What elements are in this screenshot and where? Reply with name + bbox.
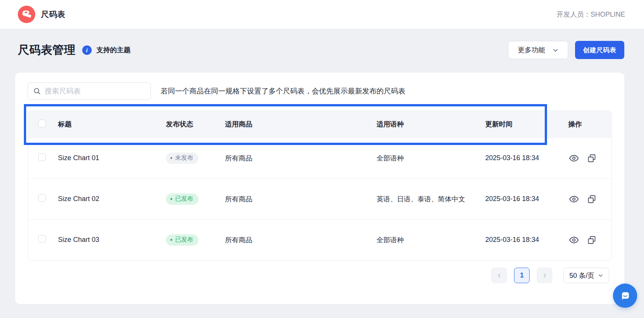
pagination: 1 50 条/页 [491,268,609,283]
row-checkbox[interactable] [38,194,46,202]
duplicate-copy-icon[interactable] [586,194,597,204]
page-size-select[interactable]: 50 条/页 [563,268,609,283]
row-title: Size Chart 03 [58,236,166,244]
select-all-checkbox[interactable] [38,120,46,127]
row-title: Size Chart 02 [58,195,166,203]
status-dot-icon: • [170,155,172,162]
duplicate-copy-icon[interactable] [586,153,597,164]
supported-themes-link[interactable]: 支持的主题 [97,45,131,55]
create-size-chart-button[interactable]: 创建尺码表 [575,41,624,59]
chevron-down-icon [598,273,603,278]
main-card: 若同一个商品在同一规格下设置了多个尺码表，会优先展示最新发布的尺码表 标题 发布… [15,73,624,304]
row-languages: 全部语种 [377,235,485,245]
row-languages: 英语、日语、泰语、简体中文 [377,195,485,204]
row-product: 所有商品 [225,235,377,245]
search-icon [33,87,41,95]
status-badge: •已发布 [166,234,199,246]
row-checkbox[interactable] [38,153,46,161]
row-actions [564,194,611,204]
row-updated: 2025-03-16 18:34 [485,236,564,244]
status-badge: •未发布 [166,153,199,164]
row-checkbox[interactable] [38,235,46,243]
table-row: Size Chart 02•已发布所有商品英语、日语、泰语、简体中文2025-0… [28,178,611,219]
row-languages: 全部语种 [377,154,485,163]
page-size-label: 50 条/页 [569,271,594,280]
next-page-button[interactable] [537,268,552,283]
status-dot-icon: • [170,237,172,243]
table-hint-text: 若同一个商品在同一规格下设置了多个尺码表，会优先展示最新发布的尺码表 [161,86,405,96]
table-row: Size Chart 03•已发布所有商品全部语种2025-03-16 18:3… [28,219,611,260]
chat-bubble-button[interactable] [613,284,637,308]
column-header-updated: 更新时间 [485,120,564,129]
search-box [28,83,151,100]
page-number-button[interactable]: 1 [514,268,530,283]
column-header-status: 发布状态 [166,120,225,129]
row-product: 所有商品 [225,195,377,204]
row-actions [564,153,611,164]
column-header-title: 标题 [58,120,166,129]
more-functions-label: 更多功能 [518,45,545,55]
page-header: 尺码表管理 i 支持的主题 更多功能 创建尺码表 [18,39,624,61]
app-title: 尺码表 [41,9,66,20]
page-title: 尺码表管理 [18,42,76,58]
table-body: Size Chart 01•未发布所有商品全部语种2025-03-16 18:3… [28,137,611,260]
topbar: 尺码表 开发人员：SHOPLINE [0,0,644,29]
column-header-actions: 操作 [564,120,611,129]
duplicate-copy-icon[interactable] [586,235,597,245]
column-header-language: 适用语种 [377,120,485,129]
column-header-product: 适用商品 [225,120,377,129]
preview-eye-icon[interactable] [569,194,579,204]
row-updated: 2025-03-16 18:34 [485,195,564,203]
row-updated: 2025-03-16 18:34 [485,154,564,162]
row-actions [564,235,611,245]
chat-icon [619,289,631,302]
preview-eye-icon[interactable] [569,153,579,164]
status-dot-icon: • [170,196,172,203]
search-input[interactable] [45,87,145,95]
row-title: Size Chart 01 [58,154,166,162]
developer-label: 开发人员：SHOPLINE [556,10,625,19]
app-logo-icon [18,6,35,23]
row-product: 所有商品 [225,154,377,163]
preview-eye-icon[interactable] [569,235,579,245]
table-row: Size Chart 01•未发布所有商品全部语种2025-03-16 18:3… [28,137,611,178]
chevron-down-icon [553,47,558,53]
prev-page-button[interactable] [491,268,507,283]
more-functions-button[interactable]: 更多功能 [508,41,568,59]
status-badge: •已发布 [166,193,199,205]
size-chart-table: 标题 发布状态 适用商品 适用语种 更新时间 操作 Size Chart 01•… [28,111,612,260]
table-header-row: 标题 发布状态 适用商品 适用语种 更新时间 操作 [28,111,611,137]
header-actions: 更多功能 创建尺码表 [508,41,624,59]
toolbar: 若同一个商品在同一规格下设置了多个尺码表，会优先展示最新发布的尺码表 [28,83,612,100]
info-icon[interactable]: i [82,45,92,55]
